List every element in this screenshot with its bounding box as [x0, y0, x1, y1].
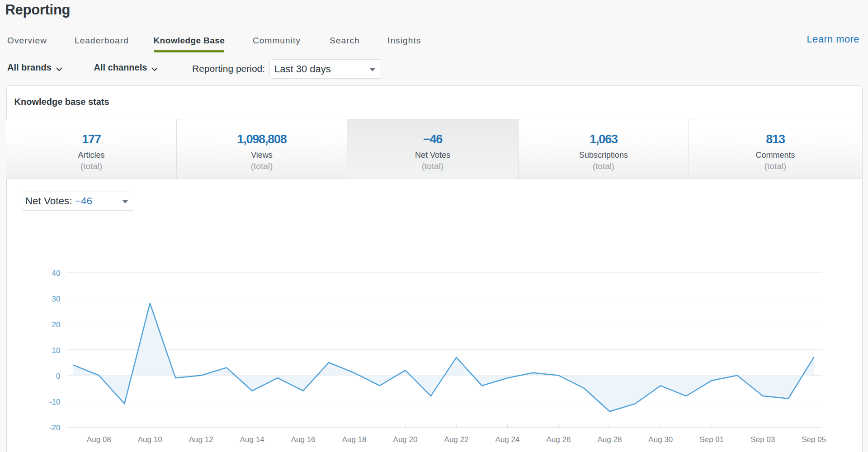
svg-text:Aug 26: Aug 26 [546, 435, 571, 444]
svg-text:Aug 28: Aug 28 [597, 435, 622, 444]
svg-text:-20: -20 [49, 424, 61, 432]
svg-text:30: 30 [52, 295, 61, 303]
svg-text:Aug 12: Aug 12 [189, 435, 213, 444]
svg-text:0: 0 [56, 372, 60, 381]
svg-text:Aug 24: Aug 24 [495, 435, 520, 444]
svg-text:Aug 30: Aug 30 [648, 435, 673, 444]
svg-text:Sep 05: Sep 05 [802, 435, 826, 444]
svg-text:Aug 20: Aug 20 [393, 435, 418, 444]
svg-text:Sep 03: Sep 03 [750, 435, 775, 444]
svg-text:Aug 08: Aug 08 [87, 435, 111, 444]
svg-text:Aug 10: Aug 10 [138, 435, 162, 444]
svg-text:-10: -10 [49, 398, 61, 406]
svg-text:20: 20 [52, 320, 61, 329]
svg-text:Aug 22: Aug 22 [444, 435, 469, 444]
svg-text:Sep 01: Sep 01 [699, 435, 724, 444]
svg-text:40: 40 [52, 269, 61, 278]
svg-text:Aug 18: Aug 18 [342, 435, 367, 444]
svg-text:Aug 16: Aug 16 [291, 435, 316, 444]
svg-text:Aug 14: Aug 14 [240, 435, 264, 444]
svg-text:10: 10 [52, 346, 61, 355]
